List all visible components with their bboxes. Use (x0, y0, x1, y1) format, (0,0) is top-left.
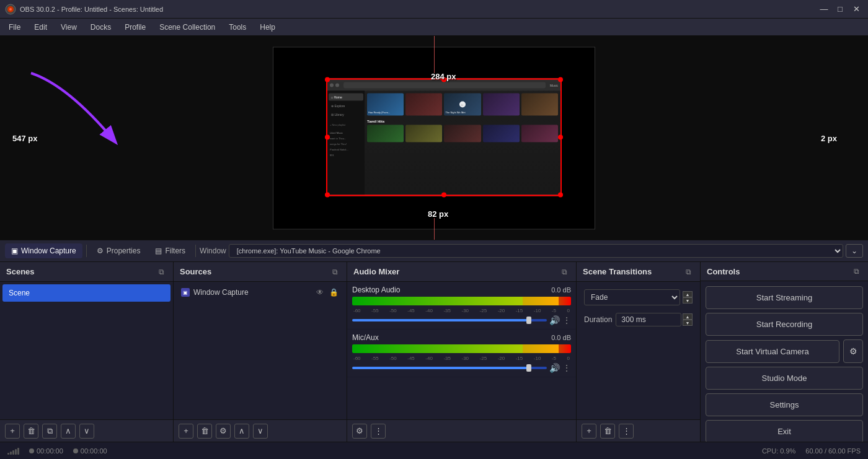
transitions-footer: + 🗑 ⋮ (577, 419, 700, 442)
audio-mixer-panel: Audio Mixer ⧉ Desktop Audio 0.0 dB (347, 262, 577, 442)
desktop-audio-fader[interactable] (352, 319, 547, 321)
tab-window-capture[interactable]: ▣ Window Capture (5, 243, 82, 258)
desktop-audio-markers: -60-55-50-45-40-35-30-25-20-15-10-50 (352, 308, 571, 313)
transitions-collapse[interactable]: ⧉ (683, 266, 694, 278)
close-button[interactable]: ✕ (849, 2, 863, 16)
scene-item-scene[interactable]: Scene (2, 284, 170, 302)
transition-select[interactable]: Fade Cut Move (584, 289, 680, 305)
source-lock-button[interactable]: 🔒 (328, 288, 339, 297)
duration-label: Duration (584, 315, 612, 324)
recording-status: 00:00:00 (29, 447, 63, 455)
svg-point-2 (9, 8, 12, 11)
window-label: Window (200, 247, 226, 255)
audio-mixer-collapse[interactable]: ⧉ (559, 266, 570, 278)
sources-panel-collapse[interactable]: ⧉ (330, 266, 340, 278)
purple-arrow (19, 61, 143, 174)
captured-window: Music ⌂ Home ⊕ Explore ⊞ Library + New p… (326, 78, 562, 196)
window-capture-icon: ▣ (11, 247, 18, 255)
audio-mixer-title: Audio Mixer (353, 267, 399, 276)
sources-up-button[interactable]: ∧ (234, 424, 249, 439)
desktop-audio-controls: 🔊 ⋮ (352, 315, 571, 325)
settings-button[interactable]: Settings (706, 393, 863, 416)
sources-delete-button[interactable]: 🗑 (197, 424, 212, 439)
transitions-more-button[interactable]: ⋮ (619, 424, 634, 439)
window-controls: — □ ✕ (817, 2, 863, 16)
tab-filters[interactable]: ▤ Filters (149, 243, 192, 258)
sources-panel-title: Sources (180, 267, 211, 276)
menu-docks[interactable]: Docks (84, 21, 117, 33)
controls-collapse[interactable]: ⧉ (851, 266, 862, 277)
source-item-label: Window Capture (193, 288, 249, 297)
menu-help[interactable]: Help (254, 21, 281, 33)
desktop-audio-name: Desktop Audio (352, 286, 400, 294)
exit-button[interactable]: Exit (706, 420, 863, 443)
menu-edit[interactable]: Edit (28, 21, 53, 33)
scenes-down-button[interactable]: ∨ (79, 424, 94, 439)
scenes-panel-footer: + 🗑 ⧉ ∧ ∨ (0, 419, 173, 442)
toolbar-divider-2 (195, 245, 196, 257)
mic-audio-fader[interactable] (352, 367, 547, 369)
tab-properties[interactable]: ⚙ Properties (91, 243, 147, 258)
source-visibility-button[interactable]: 👁 (314, 288, 326, 297)
audio-channel-mic: Mic/Aux 0.0 dB -60-55-50-45-40-35-30-25-… (347, 330, 576, 377)
transition-spin-up[interactable]: ▲ (683, 291, 693, 297)
source-item-window-capture[interactable]: ▣ Window Capture 👁 🔒 (176, 284, 344, 300)
studio-mode-button[interactable]: Studio Mode (706, 367, 863, 390)
menu-profile[interactable]: Profile (118, 21, 152, 33)
transitions-delete-button[interactable]: 🗑 (600, 424, 615, 439)
desktop-audio-mute-button[interactable]: 🔊 (549, 315, 560, 325)
transitions-add-button[interactable]: + (582, 424, 596, 439)
scenes-up-button[interactable]: ∧ (61, 424, 76, 439)
menu-scene-collection[interactable]: Scene Collection (153, 21, 221, 33)
audio-mixer-settings-button[interactable]: ⚙ (352, 424, 367, 439)
menu-tools[interactable]: Tools (223, 21, 252, 33)
sources-settings-button[interactable]: ⚙ (216, 424, 231, 439)
obs-logo (5, 4, 16, 15)
scenes-panel-title: Scenes (6, 267, 35, 276)
start-recording-button[interactable]: Start Recording (706, 313, 863, 336)
preview-canvas[interactable]: Music ⌂ Home ⊕ Explore ⊞ Library + New p… (0, 36, 868, 240)
title-bar: OBS 30.0.2 - Profile: Untitled - Scenes:… (0, 0, 868, 19)
start-streaming-button[interactable]: Start Streaming (706, 286, 863, 309)
transitions-content: Fade Cut Move ▲ ▼ Duration 300 ms ▲ ▼ (577, 282, 700, 419)
mic-audio-mute-button[interactable]: 🔊 (549, 363, 560, 373)
tab-filters-label: Filters (165, 247, 185, 255)
maximize-button[interactable]: □ (833, 2, 847, 16)
sources-panel-content: ▣ Window Capture 👁 🔒 (174, 282, 347, 419)
start-virtual-camera-button[interactable]: Start Virtual Camera (706, 340, 839, 363)
desktop-audio-more-button[interactable]: ⋮ (562, 315, 571, 325)
virtual-camera-settings-button[interactable]: ⚙ (843, 339, 863, 363)
scene-transitions-panel: Scene Transitions ⧉ Fade Cut Move ▲ ▼ Du… (577, 262, 701, 442)
cpu-status: CPU: 0.9% (762, 447, 795, 455)
sources-down-button[interactable]: ∨ (253, 424, 268, 439)
fps-status: 60.00 / 60.00 FPS (805, 447, 861, 455)
scenes-add-button[interactable]: + (5, 424, 20, 439)
audio-mixer-more-button[interactable]: ⋮ (371, 424, 386, 439)
audio-mixer-header: Audio Mixer ⧉ (347, 262, 576, 282)
mic-audio-meter (352, 344, 571, 353)
status-bar: 00:00:00 00:00:00 CPU: 0.9% 60.00 / 60.0… (0, 442, 868, 459)
sources-add-button[interactable]: + (179, 424, 193, 439)
transition-select-row: Fade Cut Move ▲ ▼ (579, 284, 698, 310)
transition-spin-down[interactable]: ▼ (683, 297, 693, 304)
mic-audio-markers: -60-55-50-45-40-35-30-25-20-15-10-50 (352, 356, 571, 361)
minimize-button[interactable]: — (817, 2, 831, 16)
scenes-delete-button[interactable]: 🗑 (24, 424, 38, 439)
streaming-status: 00:00:00 (73, 447, 107, 455)
source-type-icon: ▣ (181, 288, 190, 297)
menu-file[interactable]: File (2, 21, 27, 33)
toolbar-expand-button[interactable]: ⌄ (846, 244, 863, 258)
window-source-select[interactable]: [chrome.exe]: YouTube Music - Google Chr… (229, 244, 843, 258)
duration-spin-up[interactable]: ▲ (683, 313, 693, 320)
controls-panel: Controls ⧉ Start Streaming Start Recordi… (701, 262, 868, 442)
scenes-panel-header: Scenes ⧉ (0, 262, 173, 282)
dim-right-label: 2 px (821, 133, 837, 142)
scenes-duplicate-button[interactable]: ⧉ (42, 424, 57, 439)
menu-view[interactable]: View (55, 21, 83, 33)
mic-audio-more-button[interactable]: ⋮ (562, 363, 571, 373)
dim-left-label: 547 px (12, 133, 37, 142)
duration-spin-down[interactable]: ▼ (683, 320, 693, 326)
toolbar-divider-1 (86, 245, 87, 257)
scenes-panel-collapse[interactable]: ⧉ (156, 266, 167, 278)
window-title: OBS 30.0.2 - Profile: Untitled - Scenes:… (20, 6, 817, 13)
